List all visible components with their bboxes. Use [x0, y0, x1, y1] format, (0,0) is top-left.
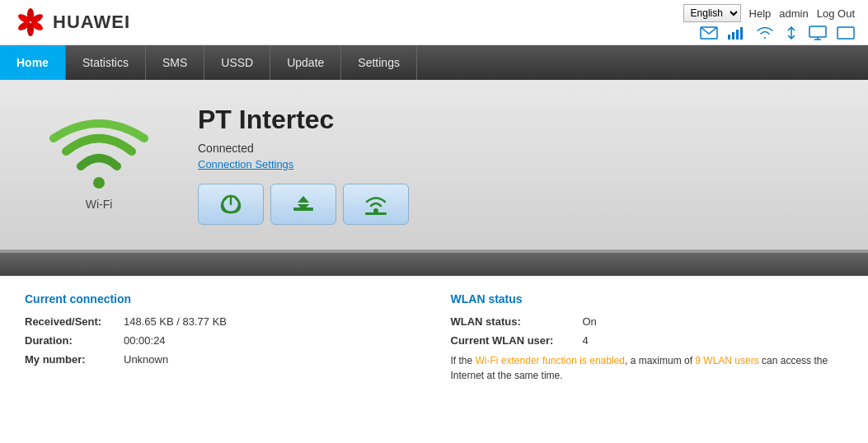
svg-rect-10 — [740, 27, 743, 40]
data-transfer-button[interactable] — [270, 184, 336, 225]
wifi-icon-area: Wi-Fi — [49, 119, 148, 211]
wlan-status-value: On — [583, 315, 597, 328]
top-right-area: English Help admin Log Out — [683, 4, 855, 40]
wlan-status-panel: WLAN status WLAN status: On Current WLAN… — [451, 292, 844, 383]
signal-icon — [728, 26, 746, 40]
nav-bar: Home Statistics SMS USSD Update Settings — [0, 45, 868, 80]
max-users-highlight: 9 WLAN users — [695, 355, 758, 366]
nav-home[interactable]: Home — [0, 45, 66, 80]
top-icons — [700, 26, 855, 40]
connection-settings-link[interactable]: Connection Settings — [198, 158, 819, 170]
nav-ussd[interactable]: USSD — [204, 45, 270, 80]
nav-sms[interactable]: SMS — [146, 45, 204, 80]
mail-icon[interactable] — [700, 26, 718, 40]
data-transfer-icon — [291, 193, 316, 216]
received-sent-value: 148.65 KB / 83.77 KB — [124, 315, 227, 328]
svg-point-16 — [93, 177, 105, 189]
svg-rect-12 — [809, 26, 826, 37]
my-number-row: My number: Unknown — [25, 353, 418, 366]
wifi-large-icon — [49, 119, 148, 193]
screen-icon — [837, 26, 855, 40]
hero-title: PT Intertec — [198, 105, 819, 135]
svg-rect-7 — [728, 35, 730, 40]
received-sent-label: Received/Sent: — [25, 315, 124, 328]
svg-rect-9 — [736, 30, 739, 40]
huawei-logo-icon — [13, 5, 48, 40]
action-buttons — [198, 184, 819, 225]
hero-status: Connected — [198, 142, 819, 155]
power-button[interactable] — [198, 184, 264, 225]
wifi-status-icon — [756, 26, 774, 40]
current-wlan-user-value: 4 — [583, 334, 589, 347]
svg-rect-8 — [732, 32, 734, 40]
nav-settings[interactable]: Settings — [341, 45, 417, 80]
wlan-status-label: WLAN status: — [451, 315, 583, 328]
dark-band — [0, 253, 868, 276]
wlan-note: If the Wi-Fi extender function is enable… — [451, 353, 844, 383]
wlan-status-title: WLAN status — [451, 292, 844, 305]
monitor-icon — [809, 26, 827, 40]
my-number-label: My number: — [25, 353, 124, 366]
wifi-extender-highlight: Wi-Fi extender function is enabled — [476, 355, 625, 366]
nav-update[interactable]: Update — [270, 45, 341, 80]
hero-info: PT Intertec Connected Connection Setting… — [198, 105, 819, 225]
power-icon — [219, 193, 242, 216]
wifi-label: Wi-Fi — [86, 198, 113, 211]
wlan-status-row: WLAN status: On — [451, 315, 844, 328]
current-wlan-user-row: Current WLAN user: 4 — [451, 334, 844, 347]
wifi-toggle-button[interactable] — [343, 184, 409, 225]
nav-statistics[interactable]: Statistics — [66, 45, 146, 80]
logo-area: HUAWEI — [13, 5, 130, 40]
received-sent-row: Received/Sent: 148.65 KB / 83.77 KB — [25, 315, 418, 328]
svg-rect-23 — [365, 212, 387, 215]
top-bar: HUAWEI English Help admin Log Out — [0, 0, 868, 45]
transfer-icon — [784, 26, 799, 40]
hero-section: Wi-Fi PT Intertec Connected Connection S… — [0, 80, 868, 253]
current-wlan-user-label: Current WLAN user: — [451, 334, 583, 347]
help-label: Help — [749, 7, 772, 20]
my-number-value: Unknown — [124, 353, 168, 366]
admin-label: admin — [779, 7, 808, 20]
current-connection-title: Current connection — [25, 292, 418, 305]
duration-label: Duration: — [25, 334, 124, 347]
language-select[interactable]: English — [683, 4, 741, 22]
info-section: Current connection Received/Sent: 148.65… — [0, 276, 868, 399]
current-connection-panel: Current connection Received/Sent: 148.65… — [25, 292, 418, 383]
brand-name: HUAWEI — [53, 12, 130, 33]
svg-rect-15 — [838, 27, 854, 39]
svg-marker-20 — [298, 196, 309, 203]
duration-value: 00:00:24 — [124, 334, 166, 347]
wifi-toggle-icon — [363, 193, 389, 216]
logout-button[interactable]: Log Out — [817, 7, 855, 20]
top-actions: English Help admin Log Out — [683, 4, 855, 22]
duration-row: Duration: 00:00:24 — [25, 334, 418, 347]
